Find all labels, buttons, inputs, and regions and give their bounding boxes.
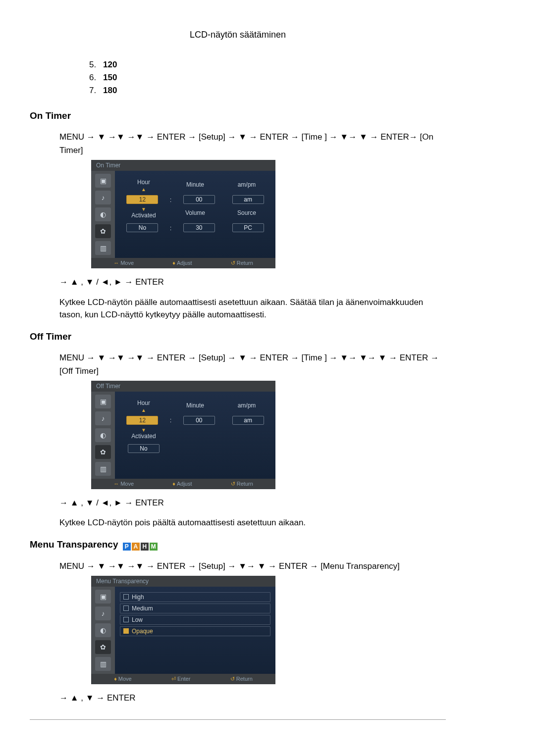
value-ampm[interactable]: am <box>232 195 264 204</box>
osd-main: Hour▲ Minute am/pm 12 : 00 am ▼Activated… <box>115 171 275 258</box>
value-source[interactable]: PC <box>232 223 264 232</box>
foot-adjust: Adjust <box>177 260 192 266</box>
option-high[interactable]: High <box>120 592 270 602</box>
page-footer-rule <box>30 719 446 720</box>
tag-h-icon: H <box>141 543 149 551</box>
foot-return: Return <box>237 481 253 487</box>
sound-icon: ♪ <box>95 411 111 425</box>
tag-a-icon: A <box>132 543 140 551</box>
multi-icon: ▥ <box>95 657 111 671</box>
value-hour[interactable]: 12 <box>126 416 158 425</box>
list-item: 5.120 <box>89 60 446 70</box>
up-arrow-icon: ▲ <box>121 408 166 413</box>
page-title: LCD-näytön säätäminen <box>30 30 446 40</box>
osd-main: Hour▲ Minute am/pm 12 : 00 am ▼Activated… <box>115 392 275 479</box>
osd-sidebar: ▣ ♪ ◐ ✿ ▥ <box>91 392 115 479</box>
up-arrow-icon: ▲ <box>121 187 166 192</box>
nav-path-off-timer: MENU → ▼ →▼ →▼ → ENTER → [Setup] → ▼ → E… <box>59 351 446 378</box>
label-activated: Activated <box>121 433 166 440</box>
nav-path-menu-trans: MENU → ▼ →▼ →▼ → ENTER → [Setup] → ▼→ ▼ … <box>59 559 446 573</box>
post-nav-on-timer: → ▲ , ▼ / ◄, ► → ENTER <box>59 275 446 289</box>
picture-icon: ▣ <box>95 174 111 188</box>
option-low[interactable]: Low <box>120 615 270 625</box>
value-ampm[interactable]: am <box>232 416 264 425</box>
foot-return: Return <box>236 676 253 682</box>
option-medium[interactable]: Medium <box>120 604 270 613</box>
foot-move: Move <box>120 260 134 266</box>
foot-enter: Enter <box>177 676 190 682</box>
desc-off-timer: Kytkee LCD-näytön pois päältä automaatti… <box>59 516 446 529</box>
value-list: 5.120 6.150 7.180 <box>89 60 446 96</box>
value-activated[interactable]: No <box>128 444 160 453</box>
mode-tags: P A H M <box>123 543 158 551</box>
value-activated[interactable]: No <box>126 223 158 232</box>
setup-icon: ◐ <box>95 207 111 221</box>
label-minute: Minute <box>172 181 218 188</box>
down-arrow-icon: ▼ <box>121 428 166 433</box>
osd-footer: ↔Move ♦Adjust ↺Return <box>91 479 275 489</box>
sound-icon: ♪ <box>95 606 111 620</box>
label-ampm: am/pm <box>224 181 269 188</box>
osd-title: Off Timer <box>91 381 275 392</box>
post-nav-off-timer: → ▲ , ▼ / ◄, ► → ENTER <box>59 496 446 509</box>
nav-path-on-timer: MENU → ▼ →▼ →▼ → ENTER → [Setup] → ▼ → E… <box>59 130 446 157</box>
setup-icon: ◐ <box>95 428 111 442</box>
osd-title: Menu Transparency <box>91 576 275 587</box>
down-arrow-icon: ▼ <box>121 207 166 212</box>
picture-icon: ▣ <box>95 590 111 604</box>
osd-footer: ♦Move ⏎Enter ↺Return <box>91 674 275 684</box>
value-hour[interactable]: 12 <box>126 195 158 204</box>
osd-sidebar: ▣ ♪ ◐ ✿ ▥ <box>91 587 115 674</box>
list-item: 7.180 <box>89 86 446 96</box>
value-minute[interactable]: 00 <box>183 195 215 204</box>
settings-icon: ✿ <box>95 445 111 459</box>
label-hour: Hour <box>121 400 166 406</box>
sound-icon: ♪ <box>95 191 111 204</box>
setup-icon: ◐ <box>95 623 111 637</box>
foot-return: Return <box>237 260 253 266</box>
tag-m-icon: M <box>150 543 158 551</box>
osd-main: High Medium Low Opaque <box>115 587 275 674</box>
foot-move: Move <box>118 676 132 682</box>
picture-icon: ▣ <box>95 395 111 408</box>
multi-icon: ▥ <box>95 462 111 476</box>
label-hour: Hour <box>121 179 166 186</box>
multi-icon: ▥ <box>95 241 111 255</box>
label-activated: Activated <box>121 212 166 219</box>
osd-sidebar: ▣ ♪ ◐ ✿ ▥ <box>91 171 115 258</box>
settings-icon: ✿ <box>95 224 111 238</box>
heading-menu-transparency: Menu Transparency P A H M <box>30 539 446 551</box>
osd-off-timer: Off Timer ▣ ♪ ◐ ✿ ▥ Hour▲ Minute am/pm 1… <box>91 381 275 489</box>
label-source: Source <box>224 209 269 216</box>
heading-on-timer: On Timer <box>30 110 446 121</box>
list-item: 6.150 <box>89 73 446 83</box>
foot-move: Move <box>120 481 134 487</box>
settings-icon: ✿ <box>95 640 111 654</box>
post-nav-menu-trans: → ▲ , ▼ → ENTER <box>59 691 446 705</box>
osd-menu-transparency: Menu Transparency ▣ ♪ ◐ ✿ ▥ High Medium … <box>91 576 275 684</box>
osd-on-timer: On Timer ▣ ♪ ◐ ✿ ▥ Hour▲ Minute am/pm 12… <box>91 160 275 268</box>
foot-adjust: Adjust <box>177 481 192 487</box>
osd-footer: ↔Move ♦Adjust ↺Return <box>91 258 275 268</box>
osd-title: On Timer <box>91 160 275 171</box>
desc-on-timer: Kytkee LCD-näytön päälle automaattisesti… <box>59 296 446 321</box>
option-opaque[interactable]: Opaque <box>120 626 270 636</box>
label-volume: Volume <box>172 209 218 216</box>
label-minute: Minute <box>172 402 218 409</box>
heading-off-timer: Off Timer <box>30 331 446 342</box>
value-volume[interactable]: 30 <box>183 223 215 232</box>
label-ampm: am/pm <box>224 402 269 409</box>
tag-p-icon: P <box>123 543 131 551</box>
value-minute[interactable]: 00 <box>183 416 215 425</box>
